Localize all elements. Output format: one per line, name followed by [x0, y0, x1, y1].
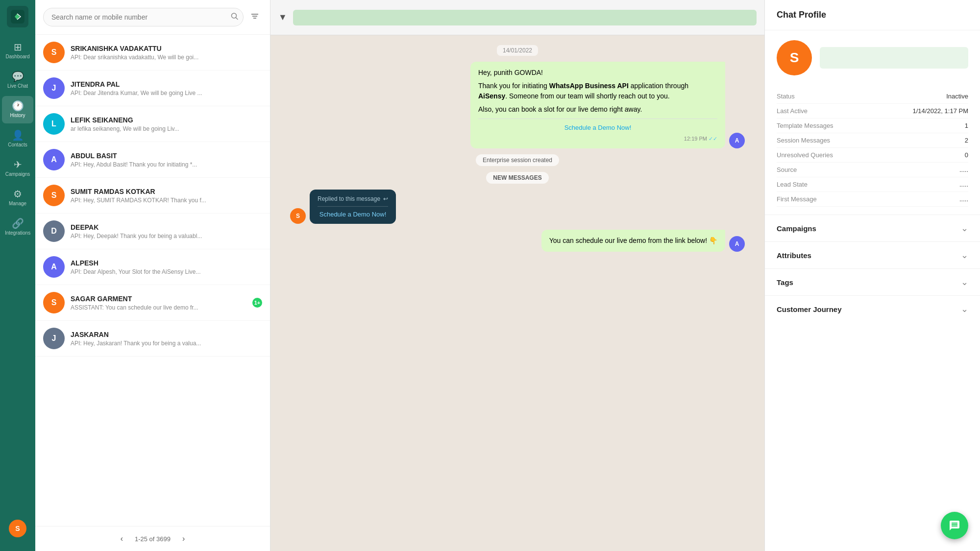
pagination: ‹ 1-25 of 3699 › [35, 526, 270, 551]
stat-row: Lead State ..... [777, 177, 968, 192]
contact-avatar: A [43, 256, 65, 278]
filter-button[interactable] [247, 9, 262, 26]
section-attributes[interactable]: Attributes ⌄ [765, 241, 980, 268]
contact-name-bar [293, 10, 757, 25]
chat-area: ▼ 14/01/2022 Hey, punith GOWDA! Thank yo… [270, 0, 764, 551]
contact-avatar: L [43, 113, 65, 135]
campaigns-icon: ✈ [14, 160, 22, 169]
stat-row: Template Messages 1 [777, 119, 968, 133]
stat-label: Source [777, 166, 797, 173]
contact-name: ALPESH [71, 259, 262, 267]
contact-info: SRIKANISHKA VADAKATTU API: Dear srikanis… [71, 45, 262, 61]
agent-avatar: A [729, 133, 745, 148]
search-icon [231, 13, 239, 21]
replied-msg-header: Replied to this message ↩ [318, 195, 388, 202]
profile-stats: Status Inactive Last Active 1/14/2022, 1… [765, 85, 980, 215]
sidebar-item-history[interactable]: 🕐 History [2, 96, 33, 123]
msg-cta[interactable]: Schedule a Demo Now! [478, 119, 717, 133]
sidebar-item-live-chat[interactable]: 💬 Live Chat [2, 67, 33, 94]
manage-icon: ⚙ [13, 189, 22, 199]
msg-row-outgoing: Hey, punith GOWDA! Thank you for initiat… [290, 62, 745, 148]
profile-big-avatar: S [777, 40, 812, 75]
stat-row: Status Inactive [777, 89, 968, 104]
profile-name-box [820, 47, 968, 69]
contact-item[interactable]: S SAGAR GARMENT ASSISTANT: You can sched… [35, 285, 270, 321]
stat-value: ..... [959, 166, 968, 173]
stat-value: 2 [965, 137, 968, 144]
replied-message-bubble: Replied to this message ↩ Schedule a Dem… [310, 190, 396, 224]
section-campaigns[interactable]: Campaigns ⌄ [765, 215, 980, 241]
chat-header: ▼ [270, 0, 764, 35]
contact-name: SUMIT RAMDAS KOTKAR [71, 188, 262, 195]
sender-avatar: S [290, 208, 306, 224]
prev-page-button[interactable]: ‹ [117, 532, 127, 545]
contact-item[interactable]: S SRIKANISHKA VADAKATTU API: Dear srikan… [35, 35, 270, 71]
msg-greeting: Hey, punith GOWDA! [478, 68, 717, 78]
agent-avatar-2: A [729, 236, 745, 252]
nav-logo[interactable] [7, 6, 28, 27]
stat-value: ..... [959, 195, 968, 203]
contact-item[interactable]: D DEEPAK API: Hey, Deepak! Thank you for… [35, 214, 270, 249]
user-avatar[interactable]: S [9, 520, 26, 537]
section-customer-journey[interactable]: Customer Journey ⌄ [765, 295, 980, 322]
sidebar-item-contacts[interactable]: 👤 Contacts [2, 125, 33, 153]
chevron-down-icon: ⌄ [961, 223, 968, 234]
filter-icon [250, 12, 259, 21]
last-message-bubble: You can schedule our live demo from the … [541, 230, 725, 252]
contact-preview: API: Hey, Jaskaran! Thank you for being … [71, 340, 262, 347]
contact-preview: API: Dear Alpesh, Your Slot for the AiSe… [71, 268, 262, 275]
contact-item[interactable]: J JITENDRA PAL API: Dear Jitendra Kumar,… [35, 71, 270, 106]
stat-value: 0 [965, 151, 968, 159]
contact-avatar: A [43, 149, 65, 170]
contact-item[interactable]: J JASKARAN API: Hey, Jaskaran! Thank you… [35, 321, 270, 357]
msg-body: Thank you for initiating WhatsApp Busine… [478, 81, 717, 101]
contact-preview: API: Hey, Abdul Basit! Thank you for ini… [71, 161, 262, 168]
next-page-button[interactable]: › [178, 532, 189, 545]
right-panel: Chat Profile S Status Inactive Last Acti… [764, 0, 980, 551]
pagination-text: 1-25 of 3699 [135, 535, 171, 543]
sidebar-item-campaigns[interactable]: ✈ Campaigns [2, 155, 33, 182]
contact-name: SRIKANISHKA VADAKATTU [71, 45, 262, 52]
section-title: Campaigns [777, 224, 816, 233]
contact-name: JITENDRA PAL [71, 80, 262, 88]
left-navigation: ⊞ Dashboard 💬 Live Chat 🕐 History 👤 Cont… [0, 0, 35, 551]
sidebar-item-dashboard[interactable]: ⊞ Dashboard [2, 37, 33, 65]
contact-avatar: J [43, 328, 65, 349]
chat-profile-title: Chat Profile [765, 0, 980, 30]
sidebar-item-integrations[interactable]: 🔗 Integrations [2, 214, 33, 241]
live-chat-fab-icon [949, 520, 960, 531]
section-title: Customer Journey [777, 305, 842, 313]
sidebar-item-manage[interactable]: ⚙ Manage [2, 184, 33, 212]
contact-info: LEFIK SEIKANENG ar lefika seikaneng, We … [71, 116, 262, 132]
contact-item[interactable]: S SUMIT RAMDAS KOTKAR API: Hey, SUMIT RA… [35, 178, 270, 214]
contact-item[interactable]: L LEFIK SEIKANENG ar lefika seikaneng, W… [35, 106, 270, 142]
stat-label: Unresolved Queries [777, 151, 833, 159]
chat-dropdown-button[interactable]: ▼ [278, 12, 287, 23]
stat-label: Template Messages [777, 122, 833, 129]
live-chat-fab-button[interactable] [941, 512, 968, 539]
contact-preview: API: Hey, SUMIT RAMDAS KOTKAR! Thank you… [71, 197, 262, 204]
section-tags[interactable]: Tags ⌄ [765, 268, 980, 295]
chevron-down-icon: ⌄ [961, 304, 968, 314]
contact-item[interactable]: A ABDUL BASIT API: Hey, Abdul Basit! Tha… [35, 142, 270, 178]
dashboard-icon: ⊞ [14, 42, 22, 52]
contact-avatar: S [43, 42, 65, 63]
contact-name: LEFIK SEIKANENG [71, 116, 262, 124]
system-message: Enterprise session created [476, 154, 559, 166]
search-button[interactable] [231, 13, 239, 22]
search-input[interactable] [43, 8, 244, 26]
date-divider: 14/01/2022 [497, 45, 538, 56]
search-input-wrap [43, 8, 244, 26]
contact-preview: API: Dear Jitendra Kumar, We will be goi… [71, 90, 262, 96]
stat-label: Last Active [777, 107, 808, 115]
stat-row: Unresolved Queries 0 [777, 148, 968, 163]
msg-time: 12:19 PM ✓✓ [478, 135, 717, 143]
contact-info: ABDUL BASIT API: Hey, Abdul Basit! Thank… [71, 152, 262, 168]
contact-name: SAGAR GARMENT [71, 295, 246, 303]
contact-item[interactable]: A ALPESH API: Dear Alpesh, Your Slot for… [35, 249, 270, 285]
replied-msg-cta[interactable]: Schedule a Demo Now! [318, 206, 388, 218]
contact-info: SUMIT RAMDAS KOTKAR API: Hey, SUMIT RAMD… [71, 188, 262, 204]
live-chat-icon: 💬 [12, 72, 24, 81]
contact-avatar: J [43, 77, 65, 99]
contact-list-panel: S SRIKANISHKA VADAKATTU API: Dear srikan… [35, 0, 270, 551]
